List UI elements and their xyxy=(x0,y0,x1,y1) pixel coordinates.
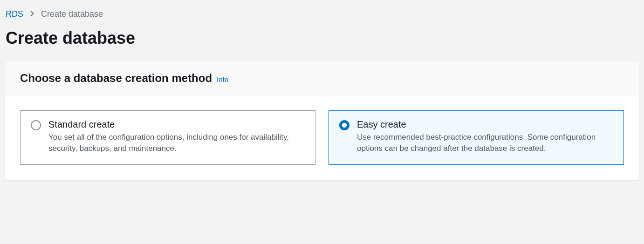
panel-body: Standard create You set all of the confi… xyxy=(5,95,639,180)
page-title: Create database xyxy=(5,28,639,48)
creation-method-panel: Choose a database creation method Info S… xyxy=(5,61,639,180)
option-content: Easy create Use recommended best-practic… xyxy=(357,119,613,154)
option-description: You set all of the configuration options… xyxy=(48,132,305,154)
breadcrumb-current: Create database xyxy=(41,9,103,19)
option-easy-create[interactable]: Easy create Use recommended best-practic… xyxy=(329,110,624,165)
option-content: Standard create You set all of the confi… xyxy=(48,119,305,154)
radio-icon xyxy=(339,120,349,130)
chevron-right-icon xyxy=(30,10,34,19)
breadcrumb: RDS Create database xyxy=(5,9,639,19)
panel-heading: Choose a database creation method xyxy=(20,72,212,85)
option-label: Standard create xyxy=(48,119,305,130)
option-standard-create[interactable]: Standard create You set all of the confi… xyxy=(20,110,315,165)
info-link[interactable]: Info xyxy=(217,75,228,83)
radio-icon xyxy=(31,120,41,130)
breadcrumb-root-link[interactable]: RDS xyxy=(6,9,23,19)
option-description: Use recommended best-practice configurat… xyxy=(357,132,613,154)
option-label: Easy create xyxy=(357,119,613,130)
panel-header: Choose a database creation method Info xyxy=(5,61,639,95)
